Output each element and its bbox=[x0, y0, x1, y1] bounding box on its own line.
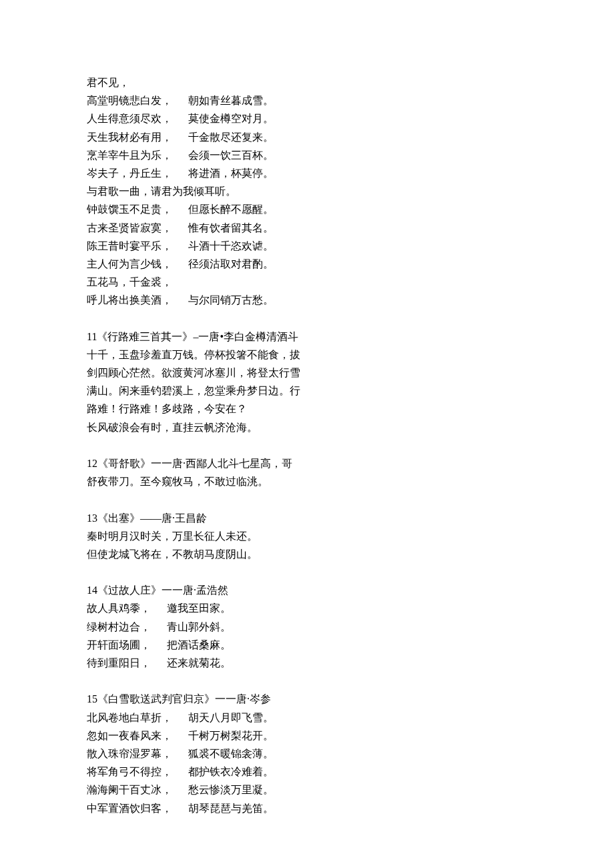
poem-line: 秦时明月汉时关，万里长征人未还。 bbox=[87, 527, 354, 545]
poem-line: 长风破浪会有时，直挂云帆济沧海。 bbox=[87, 418, 354, 436]
line-right: 胡琴琵琶与羌笛。 bbox=[188, 799, 354, 817]
poem-line: 钟鼓馔玉不足贵，但愿长醉不愿醒。 bbox=[87, 200, 354, 218]
poem-line: 绿树村边合，青山郭外斜。 bbox=[87, 618, 354, 636]
poem-line: 北风卷地白草折，胡天八月即飞雪。 bbox=[87, 709, 354, 727]
poem-14: 14《过故人庄》一一唐·孟浩然 故人具鸡黍，邀我至田家。 绿树村边合，青山郭外斜… bbox=[87, 581, 354, 672]
poem-line: 陈王昔时宴平乐，斗酒十千恣欢谑。 bbox=[87, 237, 354, 255]
poem-line: 但使龙城飞将在，不教胡马度阴山。 bbox=[87, 545, 354, 563]
poem-12: 12《哥舒歌》一一唐·西鄙人北斗七星高，哥 舒夜带刀。至今窥牧马，不敢过临洮。 bbox=[87, 454, 354, 490]
poem-line: 11《行路难三首其一》–一唐•李白金樽清酒斗 bbox=[87, 328, 354, 346]
poem-line: 忽如一夜春风来，千树万树梨花开。 bbox=[87, 727, 354, 745]
line-right: 都护铁衣冷难着。 bbox=[188, 763, 354, 781]
line-right: 胡天八月即飞雪。 bbox=[188, 709, 354, 727]
line-left: 人生得意须尽欢， bbox=[87, 109, 188, 127]
poem-line: 路难！行路难！多歧路，今安在？ bbox=[87, 400, 354, 418]
line-right: 与尔同销万古愁。 bbox=[188, 291, 354, 309]
poem-15: 15《白雪歌送武判官归京》一一唐·岑参 北风卷地白草折，胡天八月即飞雪。 忽如一… bbox=[87, 690, 354, 817]
poem-line: 五花马，千金裘， bbox=[87, 273, 354, 291]
line-right: 还来就菊花。 bbox=[167, 654, 231, 672]
poem-line: 人生得意须尽欢，莫使金樽空对月。 bbox=[87, 109, 354, 127]
line-left: 岑夫子，丹丘生， bbox=[87, 164, 188, 182]
poem-line: 瀚海阑干百丈冰，愁云惨淡万里凝。 bbox=[87, 781, 354, 799]
line-left: 高堂明镜悲白发， bbox=[87, 91, 188, 109]
line-left: 烹羊宰牛且为乐， bbox=[87, 146, 188, 164]
line-left: 中军置酒饮归客， bbox=[87, 799, 188, 817]
line-right: 把酒话桑麻。 bbox=[167, 636, 231, 654]
poem-line: 舒夜带刀。至今窥牧马，不敢过临洮。 bbox=[87, 472, 354, 490]
poem-line: 散入珠帘湿罗幕，狐裘不暖锦衾薄。 bbox=[87, 745, 354, 763]
line-right: 会须一饮三百杯。 bbox=[188, 146, 354, 164]
poem-13: 13《出塞》——唐·王昌龄 秦时明月汉时关，万里长征人未还。 但使龙城飞将在，不… bbox=[87, 509, 354, 564]
line-right: 斗酒十千恣欢谑。 bbox=[188, 237, 354, 255]
poem-line: 十千，玉盘珍羞直万钱。停杯投箸不能食，拔 bbox=[87, 346, 354, 364]
line-left: 散入珠帘湿罗幕， bbox=[87, 745, 188, 763]
poem-line: 天生我材必有用，千金散尽还复来。 bbox=[87, 128, 354, 146]
poem-line: 剑四顾心茫然。欲渡黄河冰塞川，将登太行雪 bbox=[87, 364, 354, 382]
line-right: 邀我至田家。 bbox=[167, 599, 231, 617]
line-right: 但愿长醉不愿醒。 bbox=[188, 200, 354, 218]
poem-10: 君不见， 高堂明镜悲白发，朝如青丝暮成雪。 人生得意须尽欢，莫使金樽空对月。 天… bbox=[87, 73, 354, 309]
poem-title: 15《白雪歌送武判官归京》一一唐·岑参 bbox=[87, 690, 354, 708]
line-left: 故人具鸡黍， bbox=[87, 599, 167, 617]
poem-line: 呼儿将出换美酒，与尔同销万古愁。 bbox=[87, 291, 354, 309]
line-left: 绿树村边合， bbox=[87, 618, 167, 636]
poem-line: 故人具鸡黍，邀我至田家。 bbox=[87, 599, 354, 617]
poem-line: 烹羊宰牛且为乐，会须一饮三百杯。 bbox=[87, 146, 354, 164]
poem-line: 岑夫子，丹丘生，将进酒，杯莫停。 bbox=[87, 164, 354, 182]
poem-line: 12《哥舒歌》一一唐·西鄙人北斗七星高，哥 bbox=[87, 454, 354, 472]
poem-line: 主人何为言少钱，径须沽取对君酌。 bbox=[87, 255, 354, 273]
line-right: 将进酒，杯莫停。 bbox=[188, 164, 354, 182]
poem-line: 中军置酒饮归客，胡琴琵琶与羌笛。 bbox=[87, 799, 354, 817]
poem-line: 与君歌一曲，请君为我倾耳听。 bbox=[87, 182, 354, 200]
line-left: 瀚海阑干百丈冰， bbox=[87, 781, 188, 799]
line-right: 千树万树梨花开。 bbox=[188, 727, 354, 745]
line-left: 开轩面场圃， bbox=[87, 636, 167, 654]
poem-line: 待到重阳日，还来就菊花。 bbox=[87, 654, 354, 672]
line-right: 青山郭外斜。 bbox=[167, 618, 231, 636]
poem-11: 11《行路难三首其一》–一唐•李白金樽清酒斗 十千，玉盘珍羞直万钱。停杯投箸不能… bbox=[87, 328, 354, 436]
poem-line: 满山。闲来垂钓碧溪上，忽堂乘舟梦日边。行 bbox=[87, 382, 354, 400]
line-right: 朝如青丝暮成雪。 bbox=[188, 91, 354, 109]
line-left: 主人何为言少钱， bbox=[87, 255, 188, 273]
line-right: 莫使金樽空对月。 bbox=[188, 109, 354, 127]
line-left: 待到重阳日， bbox=[87, 654, 167, 672]
line-left: 陈王昔时宴平乐， bbox=[87, 237, 188, 255]
poem-line: 将军角弓不得控，都护铁衣冷难着。 bbox=[87, 763, 354, 781]
line-right: 径须沽取对君酌。 bbox=[188, 255, 354, 273]
poem-title: 14《过故人庄》一一唐·孟浩然 bbox=[87, 581, 354, 599]
line-left: 钟鼓馔玉不足贵， bbox=[87, 200, 188, 218]
line-left: 将军角弓不得控， bbox=[87, 763, 188, 781]
line-right: 愁云惨淡万里凝。 bbox=[188, 781, 354, 799]
line-right: 千金散尽还复来。 bbox=[188, 128, 354, 146]
line-right: 惟有饮者留其名。 bbox=[188, 219, 354, 237]
line-left: 天生我材必有用， bbox=[87, 128, 188, 146]
line-left: 古来圣贤皆寂寞， bbox=[87, 219, 188, 237]
line-left: 呼儿将出换美酒， bbox=[87, 291, 188, 309]
line-right: 狐裘不暖锦衾薄。 bbox=[188, 745, 354, 763]
document-body: 君不见， 高堂明镜悲白发，朝如青丝暮成雪。 人生得意须尽欢，莫使金樽空对月。 天… bbox=[87, 73, 354, 817]
poem-line: 开轩面场圃，把酒话桑麻。 bbox=[87, 636, 354, 654]
poem-line: 君不见， bbox=[87, 73, 354, 91]
line-left: 忽如一夜春风来， bbox=[87, 727, 188, 745]
poem-line: 古来圣贤皆寂寞，惟有饮者留其名。 bbox=[87, 219, 354, 237]
line-left: 北风卷地白草折， bbox=[87, 709, 188, 727]
poem-title: 13《出塞》——唐·王昌龄 bbox=[87, 509, 354, 527]
poem-line: 高堂明镜悲白发，朝如青丝暮成雪。 bbox=[87, 91, 354, 109]
